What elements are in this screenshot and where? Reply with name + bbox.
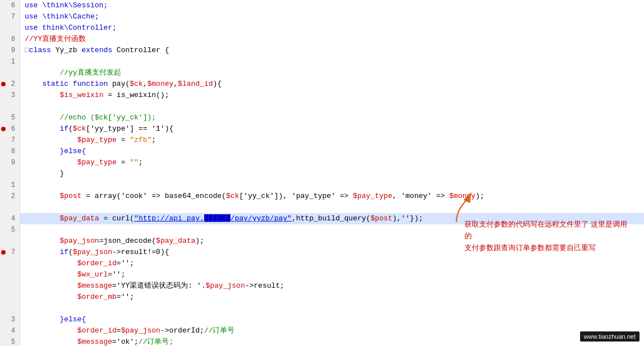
- code-line: [20, 56, 644, 67]
- line-number: 2: [4, 191, 15, 202]
- line-number-gutter: 67 891 23 56789 12 45 7 345: [0, 0, 20, 346]
- code-line: //echo ($ck['yy_ck']);: [20, 112, 644, 123]
- line-number: 5: [4, 336, 15, 346]
- code-line: }: [20, 168, 644, 179]
- line-number: 3: [4, 314, 15, 325]
- code-line: $message='ok';//订单号;: [20, 336, 644, 346]
- code-line: $pay_type = "";: [20, 157, 644, 168]
- code-line: $order_mb='';: [20, 292, 644, 303]
- code-line: [20, 202, 644, 213]
- watermark: www.tiaozhuan.net: [580, 331, 640, 342]
- line-number: 8: [4, 34, 15, 45]
- line-number: 8: [4, 146, 15, 157]
- line-number: [4, 67, 15, 79]
- code-line: //yy直播支付发起: [20, 67, 644, 79]
- line-number: 7: [4, 135, 15, 146]
- annotation-line1: 获取支付参数的代码写在远程文件里了 这里是调用的: [464, 220, 627, 240]
- line-number: 2: [4, 79, 15, 90]
- line-number: 9: [4, 157, 15, 168]
- code-line: [20, 101, 644, 112]
- code-line: $wx_url='';: [20, 269, 644, 280]
- line-number: 9: [4, 45, 15, 56]
- code-line: if($ck['yy_type'] == '1'){: [20, 123, 644, 135]
- code-line: □class Yy_zb extends Controller {: [20, 45, 644, 56]
- annotation-line2: 支付参数跟查询订单参数都需要自己重写: [464, 243, 596, 252]
- line-number: [4, 280, 15, 292]
- code-line: $order_id=$pay_json->orderId;//订单号: [20, 325, 644, 336]
- line-number: [4, 258, 15, 269]
- line-number: 5: [4, 224, 15, 236]
- code-line: static function pay($ck,$money,$land_id)…: [20, 79, 644, 90]
- line-number: 1: [4, 179, 15, 191]
- code-line: $pay_type = "zfb";: [20, 135, 644, 146]
- line-number: [4, 292, 15, 303]
- code-line: //YY直播支付函数: [20, 34, 644, 45]
- line-number: 7: [4, 11, 15, 22]
- code-line: [20, 179, 644, 191]
- line-number: [4, 22, 15, 34]
- line-number: 5: [4, 112, 15, 123]
- code-line: use think\Controller;: [20, 22, 644, 34]
- line-number: [4, 303, 15, 314]
- code-editor: 67 891 23 56789 12 45 7 345 use \think\S…: [0, 0, 644, 346]
- line-number: [4, 101, 15, 112]
- code-line: $order_id='';: [20, 258, 644, 269]
- code-line: $is_weixin = is_weixin();: [20, 90, 644, 101]
- code-line: [20, 303, 644, 314]
- line-number: 1: [4, 56, 15, 67]
- code-line: $post = array('cook' => base64_encode($c…: [20, 191, 644, 202]
- code-line: use \think\Cache;: [20, 11, 644, 22]
- code-line: use \think\Session;: [20, 0, 644, 11]
- code-line: }else{: [20, 314, 644, 325]
- line-number: 4: [4, 213, 15, 224]
- code-content[interactable]: use \think\Session;use \think\Cache;use …: [20, 0, 644, 346]
- code-annotation: 获取支付参数的代码写在远程文件里了 这里是调用的 支付参数跟查询订单参数都需要自…: [464, 219, 633, 253]
- line-number: [4, 168, 15, 179]
- line-number: [4, 202, 15, 213]
- code-line: }else{: [20, 146, 644, 157]
- line-number: 3: [4, 90, 15, 101]
- line-number: 6: [4, 0, 15, 11]
- line-number: [4, 236, 15, 247]
- code-line: $message='YY渠道错误状态码为: '.$pay_json->resul…: [20, 280, 644, 292]
- line-number: 7: [4, 247, 15, 258]
- line-number: 4: [4, 325, 15, 336]
- line-number: [4, 269, 15, 280]
- line-number: 6: [4, 123, 15, 135]
